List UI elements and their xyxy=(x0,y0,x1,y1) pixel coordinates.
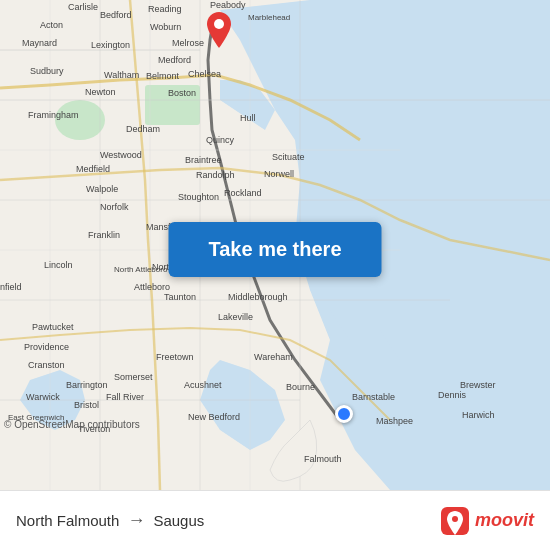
svg-point-86 xyxy=(214,19,224,29)
svg-text:Taunton: Taunton xyxy=(164,292,196,302)
footer: North Falmouth → Saugus moovit xyxy=(0,490,550,550)
svg-text:Chelsea: Chelsea xyxy=(188,69,221,79)
svg-text:Quincy: Quincy xyxy=(206,135,235,145)
svg-text:Reading: Reading xyxy=(148,4,182,14)
svg-point-88 xyxy=(452,516,458,522)
svg-text:Somerset: Somerset xyxy=(114,372,153,382)
arrow-icon: → xyxy=(127,510,145,531)
svg-text:Norfolk: Norfolk xyxy=(100,202,129,212)
svg-text:Westwood: Westwood xyxy=(100,150,142,160)
svg-text:Sudbury: Sudbury xyxy=(30,66,64,76)
svg-text:Acton: Acton xyxy=(40,20,63,30)
svg-text:Rockland: Rockland xyxy=(224,188,262,198)
svg-text:Providence: Providence xyxy=(24,342,69,352)
svg-text:Melrose: Melrose xyxy=(172,38,204,48)
svg-text:Randolph: Randolph xyxy=(196,170,235,180)
map-attribution: © OpenStreetMap contributors xyxy=(4,419,140,430)
svg-text:Stoughton: Stoughton xyxy=(178,192,219,202)
svg-text:Warwick: Warwick xyxy=(26,392,60,402)
svg-text:Dennis: Dennis xyxy=(438,390,467,400)
svg-text:Lincoln: Lincoln xyxy=(44,260,73,270)
svg-text:Middleborough: Middleborough xyxy=(228,292,288,302)
svg-text:Attleboro: Attleboro xyxy=(134,282,170,292)
svg-text:Medfield: Medfield xyxy=(76,164,110,174)
svg-text:Walpole: Walpole xyxy=(86,184,118,194)
svg-text:Braintree: Braintree xyxy=(185,155,222,165)
svg-text:Norwell: Norwell xyxy=(264,169,294,179)
svg-point-7 xyxy=(55,100,105,140)
svg-text:Barrington: Barrington xyxy=(66,380,108,390)
svg-text:Medford: Medford xyxy=(158,55,191,65)
svg-text:Pawtucket: Pawtucket xyxy=(32,322,74,332)
svg-text:New Bedford: New Bedford xyxy=(188,412,240,422)
map-container: Carlisle Reading Peabody Marblehead Bedf… xyxy=(0,0,550,490)
svg-text:Harwich: Harwich xyxy=(462,410,495,420)
svg-text:Acushnet: Acushnet xyxy=(184,380,222,390)
svg-text:Wareham: Wareham xyxy=(254,352,293,362)
svg-text:Hull: Hull xyxy=(240,113,256,123)
svg-text:Woburn: Woburn xyxy=(150,22,181,32)
svg-text:Peabody: Peabody xyxy=(210,0,246,10)
moovit-logo: moovit xyxy=(441,507,534,535)
origin-dot xyxy=(335,405,353,423)
svg-text:Falmouth: Falmouth xyxy=(304,454,342,464)
svg-text:Fall River: Fall River xyxy=(106,392,144,402)
svg-text:Carlisle: Carlisle xyxy=(68,2,98,12)
svg-text:Newton: Newton xyxy=(85,87,116,97)
svg-text:Barnstable: Barnstable xyxy=(352,392,395,402)
moovit-pin-icon xyxy=(441,507,469,535)
destination-pin xyxy=(207,12,231,44)
svg-text:Bourne: Bourne xyxy=(286,382,315,392)
svg-text:Brewster: Brewster xyxy=(460,380,496,390)
svg-text:Framingham: Framingham xyxy=(28,110,79,120)
svg-text:Freetown: Freetown xyxy=(156,352,194,362)
svg-text:Franklin: Franklin xyxy=(88,230,120,240)
svg-text:Lakeville: Lakeville xyxy=(218,312,253,322)
svg-text:Mashpee: Mashpee xyxy=(376,416,413,426)
svg-text:Dedham: Dedham xyxy=(126,124,160,134)
svg-text:Belmont: Belmont xyxy=(146,71,180,81)
svg-text:nfield: nfield xyxy=(0,282,22,292)
svg-text:Cranston: Cranston xyxy=(28,360,65,370)
svg-text:Boston: Boston xyxy=(168,88,196,98)
destination-label: Saugus xyxy=(153,512,204,529)
take-me-there-button[interactable]: Take me there xyxy=(168,222,381,277)
svg-text:Marblehead: Marblehead xyxy=(248,13,290,22)
svg-text:Waltham: Waltham xyxy=(104,70,139,80)
svg-text:Bristol: Bristol xyxy=(74,400,99,410)
moovit-text: moovit xyxy=(475,510,534,531)
svg-text:Lexington: Lexington xyxy=(91,40,130,50)
svg-text:Scituate: Scituate xyxy=(272,152,305,162)
svg-text:Bedford: Bedford xyxy=(100,10,132,20)
origin-label: North Falmouth xyxy=(16,512,119,529)
svg-text:Maynard: Maynard xyxy=(22,38,57,48)
route-info: North Falmouth → Saugus xyxy=(16,510,204,531)
